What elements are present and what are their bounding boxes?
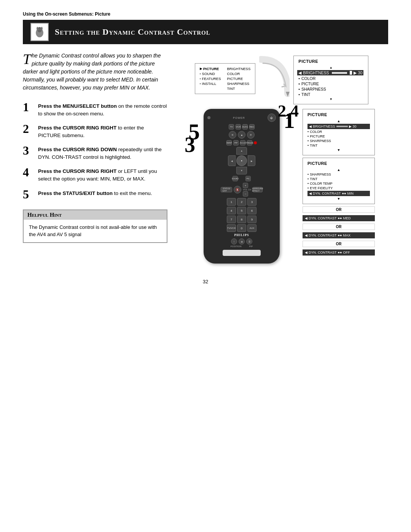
- bullet-tint: •: [298, 92, 300, 97]
- page-container: Using the On-screen Submenus: Picture Se…: [0, 0, 411, 532]
- menu-left-items: ▶ PICTURE • SOUND • FEATURES: [200, 67, 221, 91]
- dyn-med-left-arrow: ◀: [305, 216, 307, 220]
- bullet-p1-color: •: [307, 130, 309, 134]
- btn-aux[interactable]: AUX: [247, 224, 256, 232]
- step-2-bold: Press the CURSOR RING RIGHT: [38, 125, 116, 131]
- nav-ok-btn[interactable]: ●: [238, 131, 245, 139]
- bullet-p2-sharpness: •: [307, 173, 309, 176]
- menu-item-features: • FEATURES: [200, 77, 221, 81]
- panel-picture-item: • PICTURE: [298, 81, 363, 86]
- drop-cap: T: [23, 53, 31, 65]
- btn-2[interactable]: 2: [237, 198, 246, 206]
- vol-up-btn[interactable]: +: [243, 183, 248, 188]
- philips-logo-icon: [30, 23, 49, 41]
- menu-features-label: FEATURES: [202, 77, 221, 81]
- menu-item-install: • INSTALL: [200, 81, 221, 86]
- rec-btn[interactable]: REC: [249, 124, 255, 129]
- menu-right-items: BRIGHTNESS COLOR PICTURE SHARPNESS TINT: [227, 67, 251, 91]
- swap-btn[interactable]: SWAP: [226, 140, 232, 145]
- btn-7[interactable]: 7: [227, 216, 236, 223]
- dpad-down[interactable]: ▼: [236, 167, 247, 174]
- page-title: Setting the Dynamic Contrast Control: [55, 27, 210, 37]
- btn-9[interactable]: 9: [247, 216, 256, 223]
- led-indicator: [207, 116, 210, 119]
- pip2-btn[interactable]: ⊞: [239, 238, 245, 244]
- picture-submenu-panel-1: PICTURE ▲ ◀ BRIGHTNESS ▶ 30 • COLOR: [303, 109, 375, 155]
- dpad-center[interactable]: ●: [236, 155, 247, 166]
- ac110-btn[interactable]: AC110: [240, 140, 245, 145]
- btn-tv-vcr[interactable]: TV/VCR: [227, 224, 236, 232]
- or-label-3: OR: [304, 242, 374, 246]
- fwd-btn[interactable]: »: [247, 131, 255, 139]
- back-btn[interactable]: «: [229, 131, 236, 139]
- freeze-btn[interactable]: FREEZE: [247, 140, 252, 145]
- power-button[interactable]: ⏻: [268, 113, 276, 122]
- sound-row: SOUND PIC: [207, 176, 276, 181]
- p1-brightness-label: BRIGHTNESS: [313, 125, 335, 128]
- step-text-2: Press the CURSOR RING RIGHT to enter the…: [38, 123, 167, 139]
- btn-5[interactable]: 5: [237, 207, 246, 214]
- panel-tint-item: • TINT: [298, 92, 363, 97]
- pip3-btn[interactable]: ☰: [246, 238, 252, 244]
- vol-down-btn[interactable]: −: [243, 191, 248, 197]
- submenu-tint: TINT: [227, 86, 251, 91]
- step-5-bold: Press the STATUS/EXIT button: [38, 190, 113, 196]
- dpad-up[interactable]: ▲: [236, 147, 247, 155]
- btn-0[interactable]: 0: [237, 224, 246, 232]
- or-box-2: OR: [303, 224, 375, 230]
- btn-3[interactable]: 3: [247, 198, 256, 206]
- arrow-right-icon: ▶: [354, 70, 357, 75]
- dpad: ▲ ◀ ● ▶ ▼: [207, 147, 276, 174]
- hint-title: Helpful Hint: [24, 210, 167, 220]
- vcr-btn[interactable]: VCR: [236, 124, 241, 129]
- brightness-value: 30: [358, 70, 363, 75]
- step-text-5: Press the STATUS/EXIT button to exit the…: [38, 188, 152, 197]
- big-number-24: 2,4: [278, 101, 299, 121]
- or-box-1: OR: [303, 206, 375, 213]
- dyn-max-value: MAX: [343, 233, 350, 237]
- aux1-btn[interactable]: AUX1: [242, 124, 248, 129]
- curved-arrow-svg: [259, 56, 290, 101]
- btn-8[interactable]: 8: [237, 216, 246, 223]
- bullet-p2-tint: •: [307, 177, 309, 181]
- dpad-right[interactable]: ▶: [248, 155, 255, 166]
- p1-brightness-highlighted: ◀ BRIGHTNESS ▶ 30: [307, 124, 370, 129]
- dyn-med-label: DYN. CONTRAST: [309, 216, 337, 220]
- p2-arrow-down: ▼: [307, 197, 370, 201]
- pos-label: POSITION: [231, 245, 242, 248]
- step-1-bold: Press the MENU/SELECT button: [38, 103, 117, 109]
- step-5: 5 Press the STATUS/EXIT button to exit t…: [23, 188, 167, 200]
- btn-6[interactable]: 6: [247, 207, 256, 214]
- bottom-buttons-row: ↕ ⊞ ☰: [207, 238, 276, 244]
- p2-arrow-up: ▲: [307, 168, 370, 172]
- ch-label: CH: [248, 189, 251, 191]
- top-menus-area: ▶ PICTURE • SOUND • FEATURES: [195, 52, 369, 104]
- pic-btn[interactable]: PIC: [245, 176, 251, 181]
- p1-tint: • TINT: [307, 144, 370, 147]
- step-number-5: 5: [23, 188, 33, 200]
- btn-4[interactable]: 4: [227, 207, 236, 214]
- vol-ch-row: VOL CH: [243, 189, 251, 191]
- pos-btn[interactable]: ↕: [231, 238, 237, 244]
- surround-btn[interactable]: SURROUND EFFECT: [253, 187, 263, 192]
- sound-btn[interactable]: SOUND: [233, 176, 238, 181]
- right-column: ▶ PICTURE • SOUND • FEATURES: [175, 52, 388, 264]
- bullet-icon-sound: •: [200, 72, 201, 75]
- pip-btn[interactable]: PIP: [233, 140, 239, 145]
- menu-item-picture: ▶ PICTURE: [200, 67, 221, 71]
- btn-1[interactable]: 1: [227, 198, 236, 206]
- tv-btn[interactable]: TV: [229, 124, 234, 129]
- dyn-max-row: ◀ DYN. CONTRAST ●● MAX: [303, 232, 375, 238]
- arrow-left-icon: ◀: [298, 70, 301, 75]
- pos-pip-labels: POSITION PIP: [207, 245, 276, 248]
- remote-top-row: POWER ⏻: [207, 113, 276, 122]
- hint-text: The Dynamic Contrast control is not avai…: [29, 224, 161, 238]
- right-panels-column: PICTURE ▲ ◀ BRIGHTNESS ▶ 30 • COLOR: [303, 109, 375, 256]
- status-exit-btn[interactable]: STATUS/EXIT: [221, 187, 232, 192]
- dpad-left[interactable]: ◀: [228, 155, 236, 166]
- brightness-right-arrow: ▶: [349, 125, 352, 128]
- bullet-p1-sharpness: •: [307, 139, 309, 143]
- mute-btn[interactable]: 🔇: [234, 186, 241, 193]
- picture-label: PICTURE: [301, 81, 319, 86]
- step-number-1: 1: [23, 101, 33, 113]
